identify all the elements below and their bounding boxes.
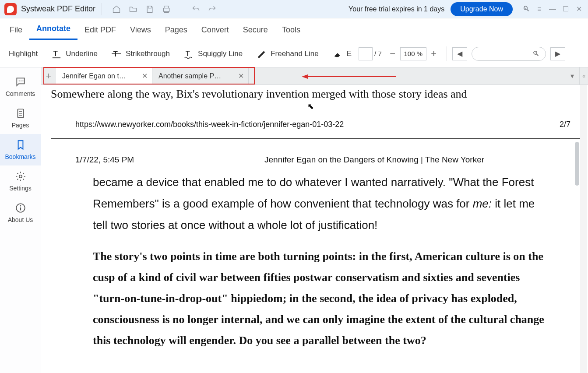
vertical-scrollbar-track[interactable] — [580, 85, 587, 373]
vertical-scrollbar-thumb[interactable] — [575, 142, 579, 186]
svg-point-12 — [19, 175, 22, 178]
panel-collapse-icon[interactable]: « — [579, 67, 588, 84]
menu-edit-pdf[interactable]: Edit PDF — [77, 21, 123, 40]
svg-point-7 — [22, 81, 23, 81]
sidebar-item-about[interactable]: About Us — [0, 197, 41, 229]
strikethrough-icon: T — [112, 49, 121, 59]
annotate-toolbar: Highlight T Underline T Strikethrough T … — [0, 40, 588, 67]
doc-text-line: Somewhere along the way, Bix's revolutio… — [51, 88, 467, 101]
menu-file[interactable]: File — [3, 21, 29, 40]
svg-point-15 — [20, 205, 21, 207]
trial-text: Your free trial expires in 1 days — [349, 5, 444, 13]
pages-icon — [15, 108, 26, 119]
squiggly-label: Squiggly Line — [198, 49, 243, 58]
save-icon[interactable] — [144, 4, 155, 15]
doc-footer-page: 2/7 — [560, 120, 570, 129]
search-icon: 🔍︎ — [532, 50, 539, 58]
bookmark-icon — [15, 139, 26, 151]
doc-footer-url: https://www.newyorker.com/books/this-wee… — [75, 120, 344, 129]
comments-icon — [15, 76, 26, 88]
document-tab-label: Jennifer Egan on t… — [62, 72, 126, 80]
sidebar-label: About Us — [8, 216, 33, 223]
nav-next-button[interactable]: ▶ — [550, 47, 565, 60]
print-icon[interactable] — [161, 4, 172, 15]
strikethrough-label: Strikethrough — [126, 49, 170, 58]
new-tab-button[interactable]: + — [41, 67, 56, 84]
sidebar-item-pages[interactable]: Pages — [0, 102, 41, 134]
tool-underline[interactable]: T Underline — [45, 49, 105, 59]
squiggly-icon: T — [184, 49, 194, 59]
maximize-icon[interactable]: ☐ — [562, 5, 570, 13]
sidebar-label: Comments — [6, 90, 35, 97]
open-folder-icon[interactable] — [127, 4, 139, 15]
menu-convert[interactable]: Convert — [194, 21, 236, 40]
doc-header-date: 1/7/22, 5:45 PM — [75, 155, 134, 165]
search-app-icon[interactable]: 🔍︎ — [522, 5, 530, 14]
highlight-label: Highlight — [9, 49, 38, 58]
app-title: Systweak PDF Editor — [21, 4, 95, 14]
left-sidebar: Comments Pages Bookmarks Settings About … — [0, 67, 41, 373]
zoom-out-button[interactable]: − — [385, 47, 400, 60]
tool-freehand[interactable]: Freehand Line — [250, 49, 326, 59]
minimize-icon[interactable]: ― — [549, 5, 556, 13]
sidebar-label: Pages — [12, 122, 29, 129]
document-canvas[interactable]: Somewhere along the way, Bix's revolutio… — [41, 85, 588, 373]
document-tab-label: Another sample P… — [158, 72, 221, 80]
svg-marker-17 — [302, 74, 308, 79]
zoom-input[interactable] — [400, 47, 426, 60]
sidebar-label: Bookmarks — [5, 153, 35, 160]
underline-label: Underline — [66, 49, 98, 58]
menu-lines-icon[interactable]: ≡ — [535, 5, 543, 13]
nav-prev-button[interactable]: ◀ — [452, 47, 467, 60]
tool-highlight[interactable]: Highlight — [2, 49, 45, 58]
gear-icon — [15, 171, 26, 182]
sidebar-item-comments[interactable]: Comments — [0, 71, 41, 102]
app-logo-icon — [4, 3, 17, 15]
sidebar-label: Settings — [9, 185, 32, 192]
sidebar-item-bookmarks[interactable]: Bookmarks — [0, 134, 41, 165]
toolbar-search[interactable]: 🔍︎ — [472, 47, 546, 61]
svg-text:T: T — [186, 49, 190, 57]
document-tab-2[interactable]: Another sample P… ✕ — [152, 67, 249, 84]
close-window-icon[interactable]: ✕ — [575, 5, 583, 13]
svg-point-6 — [21, 81, 21, 81]
page-number-input[interactable] — [359, 47, 373, 60]
doc-paragraph-2: The story's two points in time are both … — [93, 246, 549, 351]
document-tab-1[interactable]: Jennifer Egan on t… ✕ — [56, 67, 152, 84]
title-bar: Systweak PDF Editor Your free trial expi… — [0, 0, 588, 18]
info-icon — [15, 202, 26, 214]
tool-squiggly[interactable]: T Squiggly Line — [177, 49, 250, 59]
sidebar-item-settings[interactable]: Settings — [0, 165, 41, 197]
menu-pages[interactable]: Pages — [158, 21, 194, 40]
menu-views[interactable]: Views — [123, 21, 158, 40]
mouse-cursor-icon: ⬉ — [307, 102, 314, 111]
tool-strikethrough[interactable]: T Strikethrough — [105, 49, 177, 59]
document-tabs-bar: + Jennifer Egan on t… ✕ Another sample P… — [41, 67, 588, 85]
eraser-icon — [333, 49, 342, 59]
home-icon[interactable] — [111, 4, 122, 15]
undo-icon[interactable] — [190, 4, 201, 15]
freehand-icon — [257, 49, 266, 59]
tabs-dropdown-icon[interactable]: ▾ — [565, 67, 579, 84]
underline-icon: T — [52, 49, 61, 59]
svg-point-5 — [18, 81, 19, 81]
close-tab-icon[interactable]: ✕ — [142, 72, 148, 80]
menu-secure[interactable]: Secure — [236, 21, 275, 40]
upgrade-button[interactable]: Upgrade Now — [451, 2, 513, 16]
menu-bar: File Annotate Edit PDF Views Pages Conve… — [0, 18, 588, 40]
tool-eraser[interactable]: E — [326, 49, 359, 59]
doc-paragraph-1: became a device that enabled me to do wh… — [93, 172, 544, 236]
annotation-arrow-icon — [302, 74, 398, 80]
zoom-in-button[interactable]: + — [426, 47, 441, 60]
doc-header-title: Jennifer Egan on the Dangers of Knowing … — [264, 155, 484, 165]
menu-tools[interactable]: Tools — [275, 21, 307, 40]
redo-icon[interactable] — [207, 4, 218, 15]
eraser-label: E — [347, 49, 352, 58]
menu-annotate[interactable]: Annotate — [29, 20, 77, 40]
close-tab-icon[interactable]: ✕ — [238, 72, 244, 80]
page-total: / 7 — [373, 50, 385, 57]
svg-text:T: T — [53, 49, 58, 57]
page-divider — [51, 138, 580, 139]
freehand-label: Freehand Line — [271, 49, 319, 58]
